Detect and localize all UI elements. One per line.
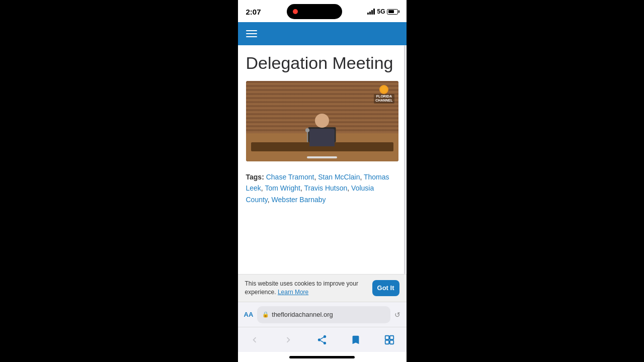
scrollbar[interactable]: [404, 45, 406, 274]
phone-frame: 2:07 5G: [238, 0, 407, 362]
video-thumbnail[interactable]: FLORIDA CHANNEL: [246, 81, 398, 161]
battery-fill: [388, 10, 394, 13]
battery: [387, 9, 398, 15]
svg-rect-1: [390, 335, 393, 339]
florida-sun-icon: [379, 85, 388, 94]
forward-button[interactable]: [277, 329, 299, 351]
content-area: Delegation Meeting: [238, 45, 407, 274]
watermark-text-channel: CHANNEL: [375, 99, 392, 103]
signal-bar-3: [371, 10, 373, 15]
status-right: 5G: [367, 8, 398, 15]
tabs-button[interactable]: [378, 329, 400, 351]
browser-address-bar: AA 🔒 thefloridachannel.org ↺: [238, 302, 407, 327]
home-indicator: [238, 352, 407, 362]
content-scroll[interactable]: Delegation Meeting: [238, 45, 407, 274]
status-bar: 2:07 5G: [238, 0, 407, 22]
network-label: 5G: [377, 8, 385, 15]
back-button[interactable]: [244, 329, 266, 351]
signal-bar-4: [373, 9, 375, 15]
url-text: thefloridachannel.org: [272, 311, 333, 318]
video-scene: FLORIDA CHANNEL: [246, 81, 398, 161]
tag-travis-hutson[interactable]: Travis Hutson: [304, 184, 347, 192]
chevron-left-icon: [249, 334, 260, 345]
bookmarks-button[interactable]: [345, 329, 367, 351]
reload-icon[interactable]: ↺: [394, 311, 400, 319]
lock-icon: 🔒: [262, 311, 269, 318]
url-bar[interactable]: 🔒 thefloridachannel.org: [257, 306, 390, 323]
watermark-text-florida: FLORIDA: [375, 95, 392, 99]
learn-more-link[interactable]: Learn More: [278, 289, 308, 296]
live-dot: [293, 9, 298, 14]
person-body: [309, 129, 335, 146]
watermark-label: FLORIDA CHANNEL: [374, 94, 394, 104]
bookmarks-icon: [350, 334, 361, 345]
tag-tom-wright[interactable]: Tom Wright: [265, 184, 300, 192]
watermark: FLORIDA CHANNEL: [374, 85, 394, 104]
got-it-button[interactable]: Got It: [372, 280, 399, 296]
chevron-right-icon: [283, 334, 294, 345]
share-button[interactable]: [311, 329, 333, 351]
page-title: Delegation Meeting: [246, 53, 398, 73]
person-head: [315, 114, 329, 128]
cookie-banner: This website uses cookies to improve you…: [238, 274, 407, 302]
tags-section: Tags: Chase Tramont, Stan McClain, Thoma…: [246, 169, 398, 213]
home-bar: [289, 356, 355, 358]
tag-stan-mcclain[interactable]: Stan McClain: [318, 173, 360, 181]
svg-rect-3: [390, 340, 393, 343]
nav-bar: [238, 22, 407, 45]
status-time: 2:07: [246, 8, 261, 16]
cookie-message: This website uses cookies to improve you…: [245, 280, 367, 297]
dynamic-island: [287, 4, 342, 19]
tag-webster-barnaby[interactable]: Webster Barnaby: [272, 196, 326, 204]
hamburger-menu-button[interactable]: [246, 30, 257, 37]
svg-rect-0: [385, 335, 389, 339]
battery-body: [387, 9, 398, 15]
video-progress-bar[interactable]: [307, 156, 337, 158]
bottom-toolbar: [238, 327, 407, 352]
signal-bars: [367, 9, 375, 15]
tags-content: Tags: Chase Tramont, Stan McClain, Thoma…: [246, 173, 389, 204]
signal-bar-1: [367, 13, 369, 15]
aa-button[interactable]: AA: [244, 311, 254, 318]
share-icon: [316, 334, 328, 345]
mic-stand: [307, 130, 308, 142]
tags-label: Tags:: [246, 173, 266, 181]
signal-bar-2: [369, 12, 371, 15]
tag-chase-tramont[interactable]: Chase Tramont: [266, 173, 314, 181]
svg-rect-2: [385, 340, 389, 343]
person-figure: [309, 114, 335, 146]
tabs-icon: [384, 334, 395, 345]
